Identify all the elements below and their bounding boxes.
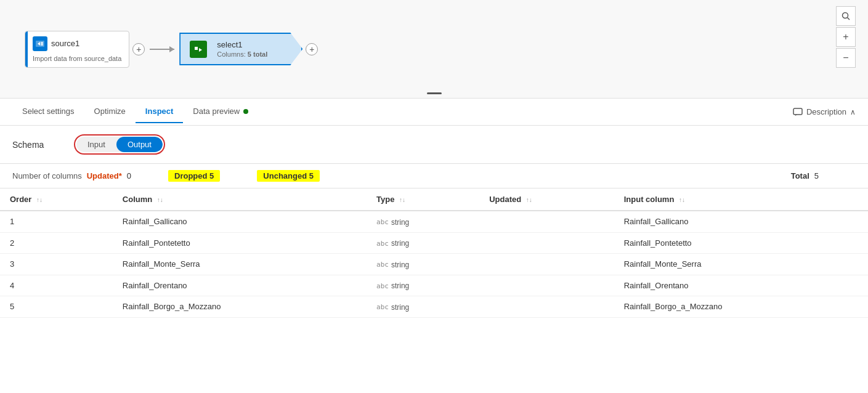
- table-row: 1 Rainfall_Gallicano abc string Rainfall…: [0, 211, 868, 232]
- stats-row: Number of columns Updated* 0 Dropped 5 U…: [0, 164, 868, 188]
- pipeline-arrow: [150, 49, 174, 50]
- cell-column-3: Rainfall_Orentano: [113, 275, 367, 296]
- cell-order-0: 1: [0, 211, 113, 232]
- table-row: 2 Rainfall_Pontetetto abc string Rainfal…: [0, 232, 868, 254]
- col-header-order[interactable]: Order ↑↓: [0, 188, 113, 211]
- zoom-controls: + −: [836, 6, 856, 68]
- search-zoom-button[interactable]: [836, 6, 856, 26]
- input-output-toggle-wrapper: Input Output: [74, 134, 165, 155]
- tab-data-preview[interactable]: Data preview: [183, 100, 258, 123]
- source-add-button[interactable]: +: [132, 43, 145, 55]
- updated-stat-label: Updated*: [87, 171, 122, 180]
- unchanged-stat: Unchanged 5: [257, 170, 320, 182]
- type-value-3: string: [391, 282, 409, 290]
- select-node-title: select1: [217, 40, 267, 49]
- tab-optimize[interactable]: Optimize: [84, 100, 136, 123]
- tabs-bar: Select settings Optimize Inspect Data pr…: [0, 99, 868, 126]
- sort-icon-updated: ↑↓: [526, 197, 532, 203]
- transform-icon: [190, 41, 207, 58]
- cell-order-4: 5: [0, 296, 113, 318]
- input-output-toggle: Input Output: [76, 137, 163, 152]
- table-header-row: Order ↑↓ Column ↑↓ Type ↑↓ Updated ↑↓ In…: [0, 188, 868, 211]
- cell-input-column-1: Rainfall_Pontetetto: [614, 232, 868, 254]
- schema-label: Schema: [12, 140, 62, 150]
- sort-icon-input-column: ↑↓: [679, 197, 685, 203]
- type-value-2: string: [391, 261, 409, 269]
- table-row: 3 Rainfall_Monte_Serra abc string Rainfa…: [0, 254, 868, 275]
- cell-column-1: Rainfall_Pontetetto: [113, 232, 367, 254]
- type-icon-0: abc: [376, 218, 389, 226]
- col-header-column[interactable]: Column ↑↓: [113, 188, 367, 211]
- type-value-1: string: [391, 239, 409, 248]
- input-toggle-button[interactable]: Input: [76, 137, 116, 152]
- chevron-up-icon: ∧: [850, 108, 856, 116]
- pipeline-area: source1 Import data from source_data +: [0, 0, 868, 99]
- source-node[interactable]: source1 Import data from source_data: [25, 31, 129, 68]
- svg-rect-5: [793, 108, 802, 115]
- type-icon-2: abc: [376, 261, 389, 269]
- table-row: 4 Rainfall_Orentano abc string Rainfall_…: [0, 275, 868, 296]
- cell-input-column-0: Rainfall_Gallicano: [614, 211, 868, 232]
- cell-updated-4: [479, 296, 614, 318]
- table-row: 5 Rainfall_Borgo_a_Mozzano abc string Ra…: [0, 296, 868, 318]
- description-button[interactable]: Description ∧: [793, 107, 856, 117]
- source-node-subtitle: Import data from source_data: [33, 55, 121, 62]
- cell-column-0: Rainfall_Gallicano: [113, 211, 367, 232]
- source-icon: [33, 36, 47, 51]
- type-icon-4: abc: [376, 303, 389, 311]
- svg-rect-2: [195, 47, 198, 50]
- type-icon-3: abc: [376, 282, 389, 290]
- svg-rect-1: [41, 42, 43, 46]
- svg-point-3: [843, 13, 848, 18]
- cell-order-1: 2: [0, 232, 113, 254]
- output-toggle-button[interactable]: Output: [116, 137, 163, 152]
- cell-order-3: 4: [0, 275, 113, 296]
- sort-icon-type: ↑↓: [399, 197, 405, 203]
- total-stat: Total 5: [791, 171, 819, 180]
- cell-column-4: Rainfall_Borgo_a_Mozzano: [113, 296, 367, 318]
- dropped-stat: Dropped 5: [168, 170, 220, 182]
- zoom-in-button[interactable]: +: [836, 27, 856, 47]
- zoom-out-button[interactable]: −: [836, 48, 856, 68]
- source-node-title: source1: [51, 39, 79, 48]
- cell-input-column-2: Rainfall_Monte_Serra: [614, 254, 868, 275]
- cell-type-4: abc string: [367, 296, 479, 318]
- cell-type-0: abc string: [367, 211, 479, 232]
- chat-icon: [793, 107, 803, 117]
- select-node[interactable]: select1 Columns: 5 total: [179, 33, 302, 65]
- select-node-columns: Columns: 5 total: [217, 51, 267, 58]
- sort-icon-order: ↑↓: [36, 197, 43, 203]
- cell-updated-3: [479, 275, 614, 296]
- cell-updated-0: [479, 211, 614, 232]
- col-header-type[interactable]: Type ↑↓: [367, 188, 479, 211]
- updated-stat-value: 0: [127, 171, 131, 180]
- cell-type-3: abc string: [367, 275, 479, 296]
- select-add-button[interactable]: +: [306, 43, 318, 55]
- dropped-badge: Dropped 5: [168, 170, 220, 182]
- cell-type-1: abc string: [367, 232, 479, 254]
- cell-type-2: abc string: [367, 254, 479, 275]
- data-preview-dot: [243, 109, 248, 114]
- cell-updated-1: [479, 232, 614, 254]
- type-value-0: string: [391, 218, 409, 227]
- cell-input-column-4: Rainfall_Borgo_a_Mozzano: [614, 296, 868, 318]
- unchanged-badge: Unchanged 5: [257, 170, 320, 182]
- svg-line-4: [848, 18, 850, 20]
- col-header-input-column[interactable]: Input column ↑↓: [614, 188, 868, 211]
- schema-section: Schema Input Output: [0, 126, 868, 164]
- tab-inspect[interactable]: Inspect: [136, 100, 184, 123]
- data-table: Order ↑↓ Column ↑↓ Type ↑↓ Updated ↑↓ In…: [0, 188, 868, 318]
- data-table-container: Order ↑↓ Column ↑↓ Type ↑↓ Updated ↑↓ In…: [0, 188, 868, 318]
- type-value-4: string: [391, 303, 409, 312]
- type-icon-1: abc: [376, 240, 389, 248]
- number-of-columns-stat: Number of columns Updated* 0: [12, 171, 131, 180]
- sort-icon-column: ↑↓: [157, 197, 163, 203]
- cell-input-column-3: Rainfall_Orentano: [614, 275, 868, 296]
- tab-select-settings[interactable]: Select settings: [12, 100, 84, 123]
- cell-column-2: Rainfall_Monte_Serra: [113, 254, 367, 275]
- number-of-columns-label: Number of columns: [12, 171, 82, 180]
- cell-updated-2: [479, 254, 614, 275]
- collapse-bar[interactable]: [427, 92, 442, 94]
- cell-order-2: 3: [0, 254, 113, 275]
- col-header-updated[interactable]: Updated ↑↓: [479, 188, 614, 211]
